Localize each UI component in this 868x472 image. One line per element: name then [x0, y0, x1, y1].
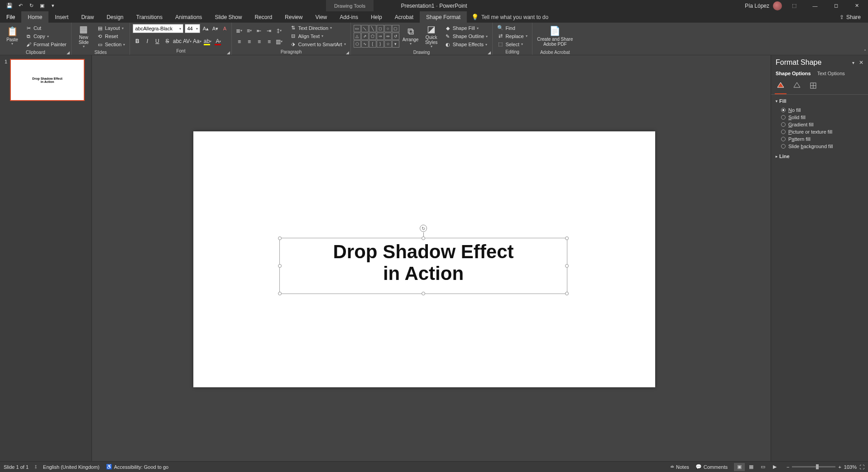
- resize-handle-nw[interactable]: [278, 236, 282, 240]
- pane-tab-shape-options[interactable]: Shape Options: [776, 71, 811, 76]
- clear-formatting-button[interactable]: A: [221, 24, 229, 33]
- replace-button[interactable]: ⇄Replace: [495, 32, 529, 40]
- radio-solid-fill[interactable]: Solid fill: [776, 114, 863, 121]
- text-direction-button[interactable]: ⇅Text Direction: [288, 24, 347, 32]
- language-indicator[interactable]: English (United Kingdom): [43, 464, 100, 470]
- line-section-header[interactable]: ▸Line: [776, 154, 863, 159]
- radio-slide-bg-fill[interactable]: Slide background fill: [776, 143, 863, 150]
- italic-button[interactable]: I: [143, 37, 152, 46]
- spellcheck-icon[interactable]: ⫱: [35, 464, 37, 470]
- slide-canvas[interactable]: ↻ Drop Shadow Effect in Action: [92, 55, 771, 461]
- grow-font-button[interactable]: A▴: [201, 24, 210, 33]
- shape-effects-button[interactable]: ◐Shape Effects: [443, 41, 490, 48]
- ribbon-display-icon[interactable]: ⬚: [786, 0, 803, 11]
- change-case-button[interactable]: Aa: [192, 37, 201, 46]
- slide[interactable]: ↻ Drop Shadow Effect in Action: [193, 131, 655, 387]
- align-center-button[interactable]: ≡: [245, 37, 254, 46]
- maximize-button[interactable]: ◻: [827, 0, 844, 11]
- text-shadow-button[interactable]: abc: [173, 37, 182, 46]
- start-from-beginning-icon[interactable]: ▣: [38, 2, 46, 10]
- font-size-combo[interactable]: 44▾: [185, 24, 200, 33]
- redo-icon[interactable]: ↻: [27, 2, 35, 10]
- highlight-button[interactable]: ab: [202, 37, 212, 46]
- effects-icon-tab[interactable]: [792, 81, 802, 91]
- resize-handle-sw[interactable]: [278, 292, 282, 295]
- tab-animations[interactable]: Animations: [169, 11, 208, 23]
- cut-button[interactable]: ✂Cut: [24, 24, 68, 32]
- bullets-button[interactable]: ≣: [235, 26, 244, 35]
- tab-addins[interactable]: Add-ins: [333, 11, 364, 23]
- notes-button[interactable]: ≐Notes: [670, 464, 689, 470]
- minimize-button[interactable]: ―: [806, 0, 824, 11]
- zoom-slider[interactable]: [792, 466, 835, 467]
- font-name-combo[interactable]: abcAllegra-Black▾: [133, 24, 183, 33]
- justify-button[interactable]: ≡: [264, 37, 273, 46]
- qat-customize-icon[interactable]: ▾: [49, 2, 57, 10]
- accessibility-button[interactable]: ♿Accessibility: Good to go: [106, 464, 168, 470]
- resize-handle-n[interactable]: [422, 236, 425, 240]
- close-button[interactable]: ✕: [848, 0, 865, 11]
- shape-fill-button[interactable]: ◆Shape Fill: [443, 24, 490, 32]
- slide-thumbnail-1[interactable]: Drop Shadow Effect in Action: [10, 59, 85, 101]
- char-spacing-button[interactable]: AV: [182, 37, 192, 46]
- resize-handle-se[interactable]: [565, 292, 569, 295]
- strikethrough-button[interactable]: S: [163, 37, 172, 46]
- rotate-handle[interactable]: ↻: [420, 225, 427, 232]
- tab-view[interactable]: View: [309, 11, 333, 23]
- shapes-gallery[interactable]: ▭＼╲◻○▢ △⇗⬠⇒⇔↺ ⬡∿{}☆▾: [354, 25, 399, 48]
- tab-help[interactable]: Help: [364, 11, 388, 23]
- shape-outline-button[interactable]: ✎Shape Outline: [443, 33, 490, 40]
- quick-styles-button[interactable]: ◪Quick Styles: [422, 24, 441, 48]
- user-avatar[interactable]: [773, 1, 782, 10]
- save-icon[interactable]: 💾: [5, 2, 14, 10]
- copy-button[interactable]: ⧉Copy: [24, 33, 68, 40]
- resize-handle-e[interactable]: [565, 264, 569, 268]
- align-left-button[interactable]: ≡: [235, 37, 244, 46]
- radio-no-fill[interactable]: No fill: [776, 106, 863, 114]
- section-button[interactable]: ▭Section: [95, 41, 127, 48]
- tab-home[interactable]: Home: [21, 11, 48, 23]
- fill-section-header[interactable]: ▾Fill: [776, 98, 863, 104]
- slide-indicator[interactable]: Slide 1 of 1: [4, 464, 29, 470]
- format-painter-button[interactable]: 🖌Format Painter: [24, 41, 68, 48]
- columns-button[interactable]: ▥: [274, 37, 283, 46]
- bold-button[interactable]: B: [133, 37, 142, 46]
- radio-pattern-fill[interactable]: Pattern fill: [776, 135, 863, 143]
- layout-button[interactable]: ▤Layout: [95, 24, 127, 32]
- reset-button[interactable]: ⟲Reset: [95, 33, 127, 40]
- fill-line-icon[interactable]: [776, 81, 786, 91]
- zoom-in-button[interactable]: +: [838, 464, 841, 470]
- tab-transitions[interactable]: Transitions: [130, 11, 169, 23]
- underline-button[interactable]: U: [153, 37, 162, 46]
- user-name[interactable]: Pía López: [745, 3, 769, 9]
- resize-handle-s[interactable]: [422, 292, 425, 295]
- paste-button[interactable]: 📋Paste: [3, 24, 22, 48]
- radio-gradient-fill[interactable]: Gradient fill: [776, 121, 863, 128]
- clipboard-launcher-icon[interactable]: ◢: [67, 50, 70, 55]
- tab-slideshow[interactable]: Slide Show: [208, 11, 248, 23]
- decrease-indent-button[interactable]: ⇤: [254, 26, 264, 35]
- align-right-button[interactable]: ≡: [254, 37, 264, 46]
- line-spacing-button[interactable]: ‡: [274, 26, 283, 35]
- drawing-launcher-icon[interactable]: ◢: [488, 50, 491, 55]
- fit-to-window-button[interactable]: ⛶: [859, 464, 864, 470]
- comments-button[interactable]: 💬Comments: [695, 464, 728, 470]
- font-color-button[interactable]: A: [213, 37, 223, 46]
- new-slide-button[interactable]: ▦New Slide: [74, 24, 93, 48]
- textbox-content[interactable]: Drop Shadow Effect in Action: [280, 238, 567, 285]
- resize-handle-w[interactable]: [278, 264, 282, 268]
- share-button[interactable]: ⇪ Share: [832, 11, 868, 23]
- tab-insert[interactable]: Insert: [48, 11, 75, 23]
- pane-close-icon[interactable]: ✕: [859, 59, 863, 66]
- tab-record[interactable]: Record: [248, 11, 278, 23]
- undo-icon[interactable]: ↶: [16, 2, 24, 10]
- collapse-ribbon-icon[interactable]: ˄: [864, 49, 866, 54]
- size-properties-icon[interactable]: [808, 81, 818, 91]
- tab-draw[interactable]: Draw: [75, 11, 100, 23]
- numbering-button[interactable]: ≡: [245, 26, 254, 35]
- zoom-out-button[interactable]: −: [786, 464, 789, 470]
- font-launcher-icon[interactable]: ◢: [227, 50, 230, 55]
- tab-review[interactable]: Review: [278, 11, 309, 23]
- sorter-view-button[interactable]: ▦: [746, 463, 757, 471]
- pane-options-icon[interactable]: ▾: [852, 60, 854, 65]
